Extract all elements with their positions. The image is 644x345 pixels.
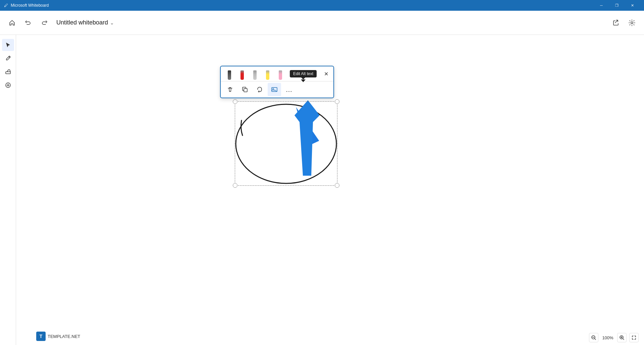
templatenet-logo: T TEMPLATE.NET <box>36 332 80 341</box>
svg-rect-8 <box>244 89 247 92</box>
titlebar-controls: ─ ❐ ✕ <box>594 0 640 11</box>
toolbar-row: Untitled whiteboard ⌄ <box>0 11 644 35</box>
chevron-down-icon: ⌄ <box>110 20 114 25</box>
logo-text: TEMPLATE.NET <box>48 334 80 339</box>
add-tool-button[interactable] <box>2 79 14 91</box>
undo-button[interactable] <box>21 16 35 30</box>
logo-icon: T <box>36 332 46 341</box>
settings-button[interactable] <box>625 16 639 30</box>
share-icon <box>612 19 619 26</box>
context-toolbar-bottom: … <box>221 81 333 98</box>
pen-icon <box>5 55 11 61</box>
canvas-area[interactable]: Edit Alt text ✕ <box>16 35 644 345</box>
highlighter-gray-button[interactable] <box>249 68 261 80</box>
highlighter-pink-icon <box>276 68 285 80</box>
settings-icon <box>629 19 635 26</box>
fit-screen-icon <box>632 335 636 340</box>
lasso-button[interactable] <box>253 83 266 96</box>
zoom-in-button[interactable] <box>617 333 627 342</box>
zoom-out-button[interactable] <box>589 333 598 342</box>
copy-icon <box>241 86 248 93</box>
handle-bottom-left[interactable] <box>233 183 237 188</box>
fit-to-screen-button[interactable] <box>629 333 639 342</box>
highlighter-pink-button[interactable] <box>274 68 286 80</box>
bottom-bar: 100% <box>584 330 644 345</box>
svg-point-10 <box>273 89 274 90</box>
highlighter-gray-icon <box>250 68 260 80</box>
logo-suffix-text: .NET <box>70 334 80 339</box>
context-toolbar-top: Edit Alt text ✕ <box>221 66 333 81</box>
selection-box <box>235 101 337 186</box>
pen-black-button[interactable] <box>223 68 235 80</box>
close-toolbar-button[interactable]: ✕ <box>321 69 331 78</box>
pen-red-icon <box>237 68 247 80</box>
zoom-out-icon <box>591 335 596 340</box>
main-area: Edit Alt text ✕ <box>0 35 644 345</box>
svg-marker-7 <box>301 79 306 82</box>
zoom-level-display: 100% <box>601 335 614 340</box>
trash-icon <box>227 86 233 93</box>
handle-top-left[interactable] <box>233 99 237 104</box>
tooltip-container: Edit Alt text <box>287 70 319 77</box>
tooltip-arrow <box>301 79 306 82</box>
zoom-in-icon <box>620 335 624 340</box>
logo-template-text: TEMPLATE <box>48 334 70 339</box>
undo-icon <box>25 20 31 26</box>
more-options-button[interactable]: … <box>282 83 296 96</box>
eraser-icon <box>5 69 11 75</box>
delete-button[interactable] <box>223 83 237 96</box>
handle-top-right[interactable] <box>335 99 339 104</box>
titlebar-title: Microsoft Whiteboard <box>11 3 49 8</box>
whiteboard-title: Untitled whiteboard <box>56 19 108 26</box>
alt-image-button[interactable] <box>268 83 281 96</box>
copy-button[interactable] <box>238 83 252 96</box>
minimize-button[interactable]: ─ <box>594 0 609 11</box>
context-toolbar: Edit Alt text ✕ <box>220 66 334 98</box>
pen-black-icon <box>225 68 234 80</box>
home-button[interactable] <box>5 16 19 30</box>
maximize-button[interactable]: ❐ <box>609 0 625 11</box>
share-button[interactable] <box>609 16 623 30</box>
home-icon <box>9 19 15 26</box>
handle-bottom-right[interactable] <box>335 183 339 188</box>
add-icon <box>5 82 11 88</box>
lasso-icon <box>256 86 263 93</box>
highlighter-yellow-icon <box>263 68 272 80</box>
titlebar-icon: 🖊 <box>4 3 8 8</box>
toolbar-right <box>609 16 639 30</box>
eraser-tool-button[interactable] <box>2 66 14 78</box>
alt-image-icon <box>271 86 278 93</box>
redo-button[interactable] <box>38 16 51 30</box>
svg-rect-1 <box>6 72 10 74</box>
edit-alt-text-tooltip: Edit Alt text <box>290 70 317 77</box>
close-button[interactable]: ✕ <box>625 0 640 11</box>
whiteboard-title-area[interactable]: Untitled whiteboard ⌄ <box>56 19 114 26</box>
highlighter-yellow-button[interactable] <box>262 68 274 80</box>
titlebar: 🖊 Microsoft Whiteboard ─ ❐ ✕ <box>0 0 644 11</box>
pen-red-button[interactable] <box>236 68 248 80</box>
select-cursor-icon <box>5 42 11 48</box>
redo-icon <box>41 20 47 26</box>
svg-point-0 <box>631 22 633 24</box>
select-tool-button[interactable] <box>2 39 14 51</box>
pen-tool-button[interactable] <box>2 52 14 64</box>
sidebar <box>0 35 16 345</box>
